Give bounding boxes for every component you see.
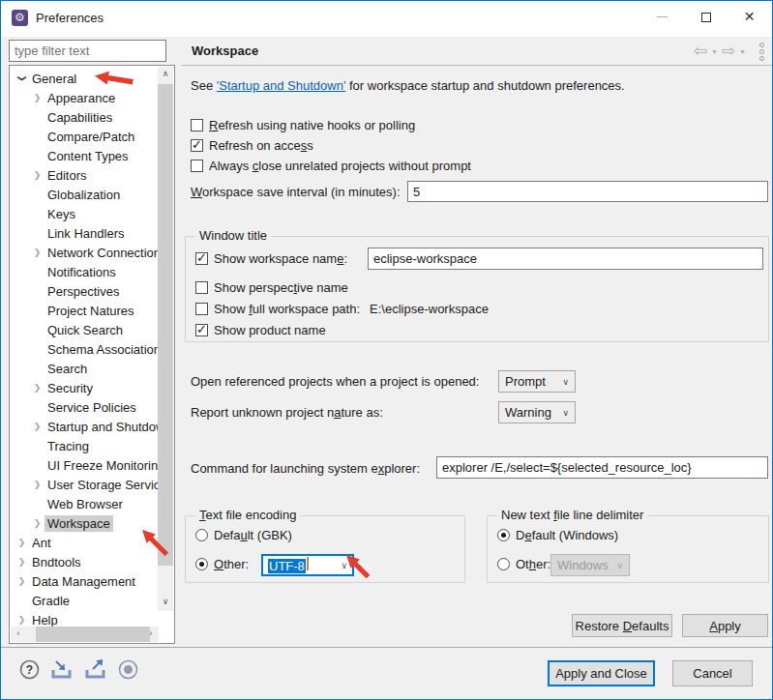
startup-shutdown-link[interactable]: 'Startup and Shutdown' — [217, 78, 346, 93]
tree-item-ui-freeze-monitoring[interactable]: UI Freeze Monitoring — [10, 455, 158, 475]
tree-chevron-icon[interactable]: ❯ — [15, 576, 29, 586]
explorer-command-input[interactable] — [436, 456, 768, 479]
tree-item-gradle[interactable]: Gradle — [10, 591, 158, 610]
workspace-name-input[interactable] — [368, 248, 763, 270]
tree-item-data-management[interactable]: ❯Data Management — [10, 571, 158, 591]
minimize-button[interactable] — [640, 1, 684, 32]
show-product-row[interactable]: Show product name — [195, 323, 326, 337]
refresh-access-checkbox[interactable] — [191, 139, 203, 152]
forward-dropdown-icon[interactable]: ▼ — [739, 48, 746, 55]
tree-item-appearance[interactable]: ❯Appearance — [10, 88, 158, 107]
horizontal-scroll-thumb[interactable] — [36, 627, 150, 642]
tree-item-web-browser[interactable]: Web Browser — [10, 494, 158, 513]
view-menu-icon[interactable] — [759, 43, 764, 61]
show-workspace-name-row[interactable]: Show workspace name: — [195, 251, 347, 266]
tree-item-label: Schema Associations — [45, 341, 158, 358]
tree-item-service-policies[interactable]: Service Policies — [10, 397, 158, 417]
tree-item-bndtools[interactable]: ❯Bndtools — [10, 552, 158, 571]
encoding-other-combo[interactable]: UTF-8 ∨ — [261, 554, 354, 576]
restore-defaults-button[interactable]: Restore Defaults — [572, 614, 672, 637]
tree-item-network-connections[interactable]: ❯Network Connections — [10, 243, 158, 262]
tree-chevron-icon[interactable]: ❯ — [30, 170, 45, 180]
refresh-native-checkbox[interactable] — [191, 119, 203, 131]
encoding-other-row[interactable]: Other: — [195, 557, 249, 571]
close-button[interactable]: ✕ — [728, 1, 771, 32]
tree-chevron-icon[interactable]: ❯ — [30, 383, 45, 393]
tree-chevron-icon[interactable]: ❯ — [15, 615, 29, 625]
tree-item-user-storage-service[interactable]: ❯User Storage Service — [10, 475, 158, 494]
tree-item-security[interactable]: ❯Security — [10, 378, 158, 397]
cancel-button[interactable]: Cancel — [672, 660, 753, 686]
show-product-checkbox[interactable] — [195, 324, 208, 336]
close-unrelated-row[interactable]: Always close unrelated projects without … — [191, 159, 471, 173]
tree-item-capabilities[interactable]: Capabilities — [10, 107, 158, 127]
tree-item-label: Compare/Patch — [45, 129, 137, 145]
tree-item-compare-patch[interactable]: Compare/Patch — [10, 127, 158, 146]
scroll-down-icon[interactable]: ∨ — [158, 595, 173, 611]
tree-chevron-icon[interactable]: ❯ — [15, 73, 29, 83]
show-perspective-row[interactable]: Show perspective name — [195, 280, 348, 295]
vertical-scroll-thumb[interactable] — [158, 84, 173, 566]
refresh-native-row[interactable]: Refresh using native hooks or polling — [191, 118, 415, 132]
show-full-path-row[interactable]: Show full workspace path: E:\eclipse-wor… — [195, 302, 489, 316]
refresh-access-row[interactable]: Refresh on access — [191, 138, 313, 153]
back-dropdown-icon[interactable]: ▼ — [711, 48, 718, 55]
filter-input[interactable] — [9, 40, 166, 62]
tree-horizontal-scrollbar[interactable]: ‹ › — [11, 627, 159, 642]
tree-item-link-handlers[interactable]: Link Handlers — [10, 223, 158, 243]
scroll-right-icon[interactable]: › — [143, 627, 159, 642]
open-referenced-dropdown[interactable]: Prompt ∨ — [498, 370, 576, 393]
tree-chevron-icon[interactable]: ❯ — [30, 93, 45, 102]
close-unrelated-checkbox[interactable] — [191, 160, 203, 172]
tree-item-content-types[interactable]: Content Types — [10, 146, 158, 165]
tree-item-project-natures[interactable]: Project Natures — [10, 301, 158, 320]
show-workspace-name-checkbox[interactable] — [195, 252, 208, 265]
tree-item-ant[interactable]: ❯Ant — [10, 533, 158, 552]
tree-item-label: Globalization — [45, 187, 123, 203]
tree-item-globalization[interactable]: Globalization — [10, 185, 158, 204]
record-icon[interactable] — [117, 658, 139, 681]
delimiter-default-row[interactable]: Default (Windows) — [497, 528, 618, 542]
scroll-left-icon[interactable]: ‹ — [11, 627, 26, 642]
tree-item-keys[interactable]: Keys — [10, 204, 158, 223]
tree-item-schema-associations[interactable]: Schema Associations — [10, 339, 158, 359]
show-perspective-checkbox[interactable] — [195, 281, 208, 294]
forward-icon[interactable]: ⇨ — [722, 42, 735, 61]
report-unknown-dropdown[interactable]: Warning ∨ — [498, 401, 576, 423]
help-icon[interactable]: ? — [18, 658, 41, 681]
scroll-up-icon[interactable]: ∧ — [158, 67, 173, 83]
delimiter-default-radio[interactable] — [497, 529, 510, 541]
delimiter-other-row[interactable]: Other: — [497, 557, 550, 571]
tree-item-label: Startup and Shutdown — [45, 419, 158, 435]
tree-item-perspectives[interactable]: Perspectives — [10, 281, 158, 301]
tree-item-label: General — [29, 71, 79, 87]
export-icon[interactable] — [83, 658, 108, 681]
tree-chevron-icon[interactable]: ❯ — [30, 422, 45, 431]
apply-button[interactable]: Apply — [682, 614, 768, 637]
tree-chevron-icon[interactable]: ❯ — [15, 538, 29, 547]
refresh-native-label: Refresh using native hooks or polling — [209, 118, 415, 132]
tree-item-startup-and-shutdown[interactable]: ❯Startup and Shutdown — [10, 417, 158, 436]
tree-item-quick-search[interactable]: Quick Search — [10, 320, 158, 339]
tree-item-general[interactable]: ❯General — [10, 69, 158, 88]
delimiter-other-radio[interactable] — [497, 558, 510, 570]
tree-vertical-scrollbar[interactable]: ∧ ∨ — [158, 67, 173, 611]
tree-chevron-icon[interactable]: ❯ — [30, 480, 45, 489]
tree-item-search[interactable]: Search — [10, 359, 158, 378]
tree-chevron-icon[interactable]: ❯ — [30, 248, 45, 257]
import-icon[interactable] — [49, 658, 74, 681]
apply-and-close-button[interactable]: Apply and Close — [548, 660, 655, 686]
maximize-button[interactable] — [684, 1, 728, 32]
back-icon[interactable]: ⇦ — [694, 42, 707, 61]
save-interval-input[interactable] — [407, 181, 768, 202]
show-full-path-checkbox[interactable] — [195, 303, 208, 315]
tree-item-editors[interactable]: ❯Editors — [10, 165, 158, 185]
tree-item-workspace[interactable]: ❯Workspace — [10, 513, 158, 533]
encoding-default-radio[interactable] — [195, 529, 208, 541]
encoding-other-radio[interactable] — [195, 558, 208, 570]
tree-item-tracing[interactable]: Tracing — [10, 436, 158, 455]
tree-item-notifications[interactable]: Notifications — [10, 262, 158, 281]
tree-chevron-icon[interactable]: ❯ — [15, 557, 29, 567]
encoding-default-row[interactable]: Default (GBK) — [195, 528, 292, 542]
tree-chevron-icon[interactable]: ❯ — [30, 518, 45, 528]
